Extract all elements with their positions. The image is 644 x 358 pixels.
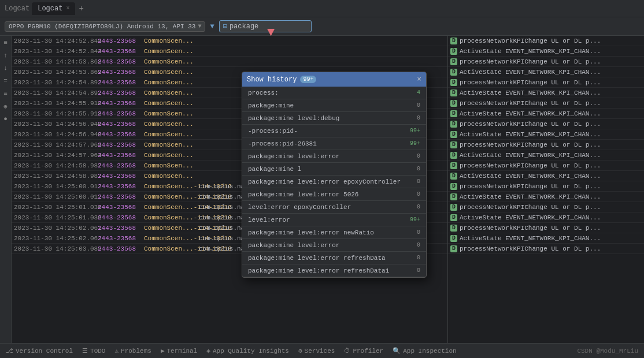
sidebar-icon-list[interactable]: ≡ <box>1 89 10 98</box>
dropdown-item-text: package:mine <box>248 102 294 109</box>
log-timestamp: 2023-11-30 14:25:03.085 <box>14 244 98 254</box>
dropdown-item-count: 0 <box>406 115 420 121</box>
new-tab-button[interactable]: + <box>79 4 83 13</box>
right-panel-row: DprocessNetworkKPIChange UL or DL p... <box>448 181 644 192</box>
level-badge: D <box>450 152 457 159</box>
status-bar-item[interactable]: ☰TODO <box>82 347 105 355</box>
dropdown-items-list: process:4package:mine0package:mine level… <box>242 87 426 277</box>
status-icon: ▶ <box>161 347 165 355</box>
dropdown-item[interactable]: package:mine level:error0 <box>242 150 426 163</box>
right-panel-row: DprocessNetworkKPIChange UL or DL p... <box>448 57 644 67</box>
title-bar: Logcat Logcat × + <box>0 0 644 17</box>
status-bar-item[interactable]: ⎇Version Control <box>6 347 73 355</box>
log-tag: CommonScen... <box>144 171 199 181</box>
status-label: Version Control <box>16 348 73 355</box>
logcat-tab[interactable]: Logcat × <box>32 2 75 15</box>
dropdown-item[interactable]: level:error epoxyController0 <box>242 201 426 214</box>
filter-input-wrapper[interactable]: ⊟ package <box>219 20 312 32</box>
log-timestamp: 2023-11-30 14:24:58.987 <box>14 161 98 171</box>
status-icon: ⚙ <box>298 347 302 355</box>
right-panel-row: DActiveState EVENT_NETWORK_KPI_CHAN... <box>448 150 644 161</box>
sidebar-icon-camera[interactable]: ⊕ <box>1 102 10 111</box>
dropdown-item-count: 0 <box>406 153 420 159</box>
dropdown-item[interactable]: -process:pid-2638199+ <box>242 137 426 150</box>
dropdown-item[interactable]: -process:pid-99+ <box>242 125 426 137</box>
sidebar-icon-0[interactable]: ≡ <box>1 38 10 47</box>
dropdown-close-button[interactable]: × <box>417 75 421 84</box>
log-pid: 2443-23568 <box>98 88 144 98</box>
dropdown-item[interactable]: package:mine level:error refreshData0 <box>242 252 426 264</box>
right-panel-row: DActiveState EVENT_NETWORK_KPI_CHAN... <box>448 192 644 202</box>
log-timestamp: 2023-11-30 14:24:52.844 <box>14 46 98 57</box>
status-icon: ◈ <box>206 347 210 355</box>
log-timestamp: 2023-11-30 14:24:58.987 <box>14 171 98 181</box>
log-row[interactable]: 2023-11-30 14:24:53.8682443-23568CommonS… <box>12 57 447 67</box>
status-bar-item[interactable]: ⚠Problems <box>114 347 151 355</box>
dropdown-item[interactable]: process:4 <box>242 87 426 99</box>
dropdown-item-text: level:error epoxyController <box>248 204 351 211</box>
dropdown-item[interactable]: package:mine0 <box>242 99 426 112</box>
level-badge: D <box>450 141 457 148</box>
log-tag: CommonScen... <box>144 57 199 67</box>
right-panel-row: DActiveState EVENT_NETWORK_KPI_CHAN... <box>448 67 644 77</box>
status-bar-item[interactable]: ⚙Services <box>298 347 335 355</box>
dropdown-item[interactable]: package:mine l0 <box>242 163 426 176</box>
dropdown-item[interactable]: package:mine level:debug0 <box>242 112 426 125</box>
log-timestamp: 2023-11-30 14:24:56.940 <box>14 119 98 129</box>
right-panel-row: DprocessNetworkKPIChange UL or DL p... <box>448 223 644 233</box>
sidebar-icon-down[interactable]: ↓ <box>1 64 10 73</box>
tab-close-button[interactable]: × <box>66 5 69 12</box>
dropdown-item[interactable]: package:mine level:error refreshData10 <box>242 264 426 277</box>
log-timestamp: 2023-11-30 14:25:02.061 <box>14 223 98 233</box>
device-selector[interactable]: OPPO PGBM10 (D6FQIZIB6PTO89LJ) Android 1… <box>5 21 205 32</box>
right-panel-text: processNetworkKPIChange UL or DL p... <box>460 58 601 65</box>
log-timestamp: 2023-11-30 14:24:53.868 <box>14 57 98 67</box>
log-tag: CommonScen...-114-10210 <box>144 244 199 254</box>
log-tag: CommonScen... <box>144 140 199 150</box>
log-pid: 2443-23568 <box>98 244 144 254</box>
log-row[interactable]: 2023-11-30 14:24:52.8442443-23568CommonS… <box>12 36 447 46</box>
dropdown-item-text: package:mine level:error epoxyController <box>248 178 401 185</box>
level-badge: D <box>450 162 457 169</box>
right-panel-text: ActiveState EVENT_NETWORK_KPI_CHAN... <box>460 193 601 200</box>
right-panel-text: processNetworkKPIChange UL or DL p... <box>460 183 601 190</box>
status-label: App Quality Insights <box>213 348 289 355</box>
right-panel-text: ActiveState EVENT_NETWORK_KPI_CHAN... <box>460 48 601 55</box>
filter-history-dropdown: Show history 99+ × process:4package:mine… <box>242 72 427 278</box>
sidebar-icon-up[interactable]: ↑ <box>1 51 10 60</box>
status-bar-item[interactable]: 🔍App Inspection <box>393 347 456 355</box>
log-row[interactable]: 2023-11-30 14:24:52.8442443-23568CommonS… <box>12 46 447 57</box>
sidebar-icon-video[interactable]: ● <box>1 114 10 124</box>
log-tag: CommonScen...-114-10210 <box>144 202 199 212</box>
status-label: Terminal <box>167 348 198 355</box>
right-panel-text: processNetworkKPIChange UL or DL p... <box>460 245 601 252</box>
sidebar-icon-filter[interactable]: = <box>1 76 10 85</box>
log-tag: CommonScen...-114-10210 <box>144 212 199 223</box>
right-panel-text: ActiveState EVENT_NETWORK_KPI_CHAN... <box>460 110 601 117</box>
dropdown-item[interactable]: package:mine level:error epoxyController… <box>242 176 426 188</box>
log-pid: 2443-23568 <box>98 98 144 109</box>
log-timestamp: 2023-11-30 14:24:53.869 <box>14 67 98 77</box>
right-panel-text: ActiveState EVENT_NETWORK_KPI_CHAN... <box>460 90 601 96</box>
tab-label: Logcat <box>38 5 62 13</box>
right-panel-row: DprocessNetworkKPIChange UL or DL p... <box>448 161 644 171</box>
level-badge: D <box>450 173 457 180</box>
dropdown-item-count: 0 <box>406 267 420 274</box>
dropdown-item-count: 0 <box>406 204 420 210</box>
dropdown-item[interactable]: package:mine level:error newRatio0 <box>242 226 426 239</box>
status-bar-item[interactable]: ⏱Profiler <box>344 347 383 355</box>
dropdown-item[interactable]: package:mine level:error0 <box>242 239 426 252</box>
level-badge: D <box>450 131 457 138</box>
dropdown-item[interactable]: package:mine level:error 50260 <box>242 188 426 201</box>
dropdown-item-count: 99+ <box>406 128 420 134</box>
status-bar-item[interactable]: ◈App Quality Insights <box>206 347 289 355</box>
log-pid: 2443-23568 <box>98 67 144 77</box>
dropdown-item-text: package:mine level:error newRatio <box>248 229 374 236</box>
dropdown-item-text: package:mine level:error refreshData <box>248 255 386 262</box>
dropdown-item[interactable]: level:error99+ <box>242 214 426 226</box>
status-bar-left: ⎇Version Control☰TODO⚠Problems▶Terminal◈… <box>6 347 457 355</box>
log-timestamp: 2023-11-30 14:24:54.892 <box>14 88 98 98</box>
status-bar-item[interactable]: ▶Terminal <box>161 347 197 355</box>
right-panel-row: DprocessNetworkKPIChange UL or DL p... <box>448 98 644 109</box>
log-pid: 2443-23568 <box>98 46 144 57</box>
